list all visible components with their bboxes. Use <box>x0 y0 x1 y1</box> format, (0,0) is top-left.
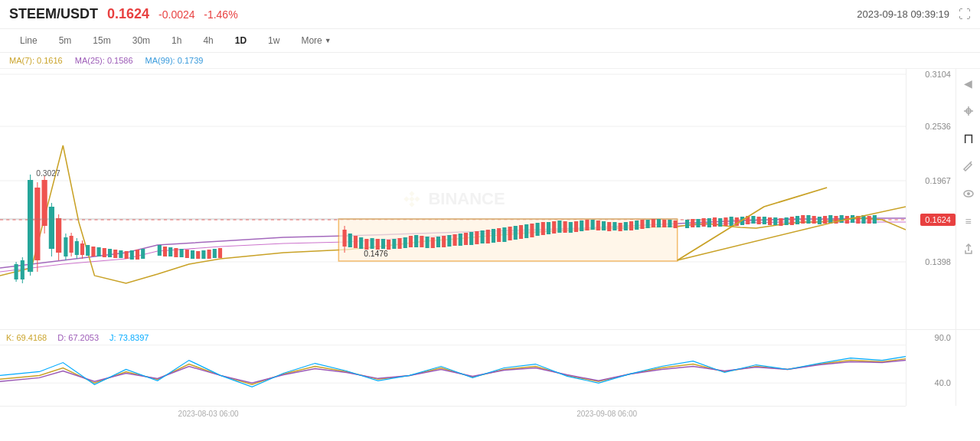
toolbar-item-line[interactable]: Line <box>9 32 48 49</box>
svg-rect-38 <box>108 249 112 257</box>
chart-main[interactable]: BINANCE <box>0 69 906 329</box>
svg-rect-123 <box>696 219 700 227</box>
svg-rect-44 <box>141 249 145 259</box>
toolbar-item-5m[interactable]: 5m <box>48 32 83 49</box>
toolbar-item-30m[interactable]: 30m <box>122 32 161 49</box>
svg-rect-37 <box>103 248 106 257</box>
svg-rect-149 <box>840 215 844 223</box>
svg-rect-65 <box>370 238 374 249</box>
svg-rect-40 <box>119 250 122 258</box>
chart-container: BINANCE <box>0 69 980 329</box>
svg-rect-83 <box>469 232 473 245</box>
right-tools: ◀ ⊓ ≡ <box>956 69 980 329</box>
svg-rect-101 <box>569 222 573 233</box>
chart-svg: 0.3027 <box>0 69 906 329</box>
svg-rect-66 <box>376 239 380 250</box>
svg-rect-35 <box>91 247 95 256</box>
svg-rect-129 <box>730 217 733 226</box>
toolbar-more-button[interactable]: More ▼ <box>290 32 341 49</box>
svg-rect-62 <box>354 236 358 248</box>
svg-rect-139 <box>785 217 789 225</box>
svg-rect-88 <box>497 228 501 242</box>
osc-level-2: 40.0 <box>935 378 951 387</box>
svg-rect-68 <box>387 240 390 250</box>
toolbar-item-1h[interactable]: 1h <box>161 32 192 49</box>
more-chevron-icon: ▼ <box>325 37 332 44</box>
svg-rect-48 <box>174 248 178 257</box>
x-label-2: 2023-09-08 06:00 <box>577 410 637 418</box>
header: STEEM/USDT 0.1624 -0.0024 -1.46% 2023-09… <box>0 0 980 29</box>
svg-rect-143 <box>806 215 810 224</box>
crosshair-icon[interactable] <box>960 103 977 119</box>
kdj-j: J: 73.8397 <box>109 333 149 342</box>
svg-rect-47 <box>168 247 172 256</box>
svg-rect-90 <box>508 227 512 240</box>
svg-rect-77 <box>436 237 440 247</box>
price-level-2: 0.2536 <box>925 122 951 131</box>
svg-rect-53 <box>201 250 205 259</box>
svg-rect-81 <box>459 234 462 246</box>
svg-rect-120 <box>674 220 678 228</box>
svg-rect-105 <box>591 220 595 230</box>
svg-rect-55 <box>213 249 217 258</box>
toolbar-item-15m[interactable]: 15m <box>82 32 121 49</box>
eye-icon[interactable] <box>960 185 977 202</box>
datetime: 2023-09-18 09:39:19 <box>857 8 949 20</box>
svg-rect-52 <box>196 251 200 259</box>
arrow-left-icon[interactable]: ◀ <box>960 75 977 92</box>
svg-rect-137 <box>773 217 777 225</box>
toolbar-item-1d[interactable]: 1D <box>224 32 257 49</box>
svg-rect-125 <box>707 218 711 227</box>
svg-rect-94 <box>530 224 534 237</box>
svg-rect-114 <box>640 220 644 229</box>
svg-rect-154 <box>867 216 871 224</box>
svg-rect-118 <box>662 220 666 227</box>
svg-rect-126 <box>713 217 717 227</box>
price-level-4: 0.1398 <box>925 257 951 266</box>
svg-rect-46 <box>163 247 167 256</box>
price-change: -0.0024 -1.46% <box>158 8 238 21</box>
svg-rect-78 <box>442 236 446 247</box>
export-icon[interactable] <box>960 240 977 257</box>
magnet-icon[interactable]: ⊓ <box>960 130 977 147</box>
svg-rect-85 <box>481 230 485 243</box>
svg-rect-155 <box>873 215 877 224</box>
svg-rect-45 <box>158 245 162 256</box>
svg-rect-69 <box>392 239 396 249</box>
svg-rect-119 <box>668 220 671 227</box>
svg-rect-42 <box>130 250 134 260</box>
price-change-abs: -0.0024 <box>158 8 194 21</box>
svg-rect-140 <box>790 217 794 225</box>
fullscreen-icon[interactable]: ⛶ <box>959 8 971 21</box>
oscillator-main: K: 69.4168 D: 67.2053 J: 73.8397 <box>0 330 906 406</box>
svg-rect-106 <box>596 220 600 230</box>
toolbar-item-4h[interactable]: 4h <box>192 32 224 49</box>
trading-pair: STEEM/USDT <box>9 6 98 22</box>
price-level-current: 0.1624 <box>920 214 956 226</box>
svg-rect-75 <box>425 237 429 248</box>
svg-rect-145 <box>818 217 822 224</box>
svg-rect-133 <box>751 216 755 224</box>
pencil-icon[interactable] <box>960 158 977 175</box>
svg-rect-142 <box>801 215 805 224</box>
svg-point-162 <box>967 192 970 195</box>
svg-rect-100 <box>564 221 567 233</box>
svg-rect-96 <box>541 222 545 235</box>
svg-rect-51 <box>191 250 194 259</box>
svg-rect-76 <box>431 237 435 248</box>
settings-icon[interactable]: ≡ <box>960 213 977 230</box>
svg-rect-71 <box>403 237 407 248</box>
svg-rect-43 <box>136 250 139 260</box>
svg-rect-39 <box>113 250 117 258</box>
svg-rect-113 <box>635 220 639 230</box>
oscillator-axis: 90.0 40.0 <box>906 330 956 406</box>
svg-rect-70 <box>397 238 401 249</box>
svg-rect-73 <box>414 235 418 247</box>
svg-rect-87 <box>492 229 495 243</box>
toolbar-item-1w[interactable]: 1w <box>257 32 290 49</box>
svg-rect-103 <box>580 220 583 231</box>
header-right: 2023-09-18 09:39:19 ⛶ <box>857 8 971 21</box>
svg-rect-146 <box>823 216 827 224</box>
svg-rect-36 <box>97 247 101 256</box>
price-axis: 0.3104 0.2536 0.1967 0.1624 0.1398 <box>906 69 956 329</box>
